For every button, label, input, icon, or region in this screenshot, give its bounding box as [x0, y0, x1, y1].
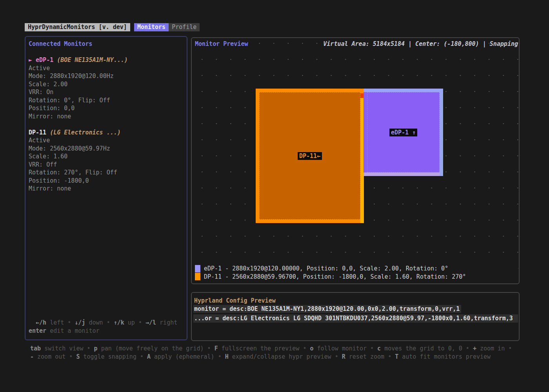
bullet-separator: •	[87, 345, 91, 352]
config-line-2: ...or = desc:LG Electronics LG SDQHD 301…	[193, 314, 518, 323]
config-line-1: monitor = desc:BOE NE135A1M-NY1,2880x192…	[193, 305, 461, 313]
bullet-separator: •	[69, 353, 73, 360]
monitor-status: Active	[29, 64, 187, 73]
legend-swatch-dp11	[195, 273, 200, 280]
bullet-separator: •	[140, 353, 144, 360]
key-hint: ↓/j	[75, 319, 85, 326]
monitor-right-edge	[440, 89, 443, 176]
bullet-separator: •	[388, 353, 391, 360]
key-hint: R	[342, 353, 345, 360]
monitor-vrr: VRR: Off	[29, 161, 187, 169]
monitor-mode: Mode: 2560x2880@59.97Hz	[29, 145, 187, 153]
key-desc: apply (ephemeral)	[154, 353, 215, 360]
selected-arrow-icon: ►	[29, 56, 36, 64]
bullet-separator: •	[370, 345, 374, 352]
key-desc: auto fit monitors preview	[402, 353, 491, 360]
spacer	[29, 48, 187, 56]
key-desc: zoom out	[37, 353, 65, 360]
monitor-list-item-edp1[interactable]: ► eDP-1 (BOE NE135A1M-NY...) Active Mode…	[29, 56, 187, 120]
monitor-name: eDP-1	[36, 56, 53, 64]
spacer	[29, 120, 187, 129]
snap-edge-indicator	[364, 172, 440, 176]
key-hint: +	[473, 345, 476, 352]
key-desc: left	[50, 319, 64, 326]
monitor-scale: Scale: 2.00	[29, 80, 187, 89]
preview-status-text: Virtual Area: 5184x5184 | Center: (-180,…	[323, 40, 518, 48]
key-hint: -	[30, 353, 34, 360]
monitor-mirror: Mirror: none	[29, 113, 187, 121]
connected-monitors-panel: Connected Monitors ► eDP-1 (BOE NE135A1M…	[25, 36, 187, 340]
monitor-description: (LG Electronics ...)	[50, 129, 121, 136]
tab-bar: HyprDynamicMonitors [v. dev] Monitors Pr…	[25, 23, 200, 31]
key-hint: F	[215, 345, 218, 352]
bullet-separator: •	[218, 353, 222, 360]
bullet-separator: •	[335, 353, 338, 360]
bullet-separator: •	[107, 319, 110, 326]
legend-text: DP-11 - 2560x2880@59.96700, Position: -1…	[204, 273, 466, 280]
preview-monitor-label-edp1: eDP-1 ↑	[389, 129, 417, 136]
key-hint: →/l	[145, 319, 156, 326]
key-desc: pan (move freely on the grid)	[101, 345, 204, 352]
app-root: HyprDynamicMonitors [v. dev] Monitors Pr…	[0, 0, 549, 392]
monitor-mirror: Mirror: none	[29, 185, 187, 193]
key-desc: up	[128, 319, 135, 326]
bullet-separator: •	[67, 319, 71, 326]
key-hint: ↑/k	[114, 319, 124, 326]
connected-monitors-title: Connected Monitors	[29, 40, 187, 48]
monitor-scale: Scale: 1.60	[29, 152, 187, 161]
help-line-1: tab switch view • p pan (move freely on …	[30, 345, 533, 353]
legend-text: eDP-1 - 2880x1920@120.00000, Position: 0…	[204, 265, 448, 272]
key-desc: expand/collapse hypr preview	[232, 353, 331, 360]
key-desc: reset zoom	[349, 353, 384, 360]
config-panel-title: Hyprland Config Preview	[193, 297, 518, 305]
preview-monitor-dp11[interactable]: DP-11←	[256, 89, 364, 223]
key-desc: moves the grid to 0, 0	[384, 345, 462, 352]
preview-header: Monitor Preview Virtual Area: 5184x5184 …	[195, 40, 518, 48]
preview-monitor-edp1[interactable]: eDP-1 ↑	[364, 89, 443, 176]
nav-keys-line: ←/h left • ↓/j down • ↑/k up • →/l right	[36, 319, 184, 327]
monitor-mode: Mode: 2880x1920@120.00Hz	[29, 72, 187, 80]
key-hint: c	[377, 345, 381, 352]
monitor-list-item-dp11[interactable]: DP-11 (LG Electronics ...) Active Mode: …	[29, 129, 187, 193]
help-line-2: - zoom out • S toggle snapping • A apply…	[30, 353, 533, 361]
enter-key-line: enter edit a monitor	[29, 327, 184, 335]
monitor-position: Position: -1800,0	[29, 177, 187, 185]
monitor-header: ► eDP-1 (BOE NE135A1M-NY...)	[29, 56, 187, 64]
key-desc: edit a monitor	[50, 327, 99, 334]
monitor-header: DP-11 (LG Electronics ...)	[29, 129, 187, 137]
monitor-position: Position: 0,0	[29, 104, 187, 113]
key-hint: o	[310, 345, 313, 352]
key-desc: zoom in	[480, 345, 505, 352]
bullet-separator: •	[207, 345, 211, 352]
legend-row-edp1: eDP-1 - 2880x1920@120.00000, Position: 0…	[195, 265, 518, 273]
key-hint: A	[147, 353, 151, 360]
tab-profile[interactable]: Profile	[169, 23, 200, 31]
key-hint: H	[225, 353, 229, 360]
app-title-tab: HyprDynamicMonitors [v. dev]	[25, 23, 130, 31]
tab-monitors[interactable]: Monitors	[134, 23, 169, 31]
bullet-separator: •	[508, 345, 512, 352]
preview-legend: eDP-1 - 2880x1920@120.00000, Position: 0…	[195, 265, 518, 281]
key-hint: T	[395, 353, 398, 360]
monitor-top-edge	[364, 89, 443, 92]
legend-row-dp11: DP-11 - 2560x2880@59.96700, Position: -1…	[195, 273, 518, 281]
legend-swatch-edp1	[195, 265, 200, 272]
monitor-rotation: Rotation: 0°, Flip: Off	[29, 96, 187, 105]
monitor-status: Active	[29, 136, 187, 145]
preview-title: Monitor Preview	[195, 40, 248, 48]
hyprland-config-panel: Hyprland Config Preview monitor = desc:B…	[191, 292, 520, 341]
bullet-separator: •	[138, 319, 142, 326]
monitor-rotation: Rotation: 270°, Flip: Off	[29, 169, 187, 177]
monitor-preview-panel: Monitor Preview Virtual Area: 5184x5184 …	[191, 37, 520, 284]
key-desc: right	[160, 319, 177, 326]
bullet-separator: •	[303, 345, 306, 352]
key-desc: toggle snapping	[83, 353, 136, 360]
key-desc: follow monitor	[317, 345, 367, 352]
key-hint: ←/h	[36, 319, 46, 326]
monitor-description: (BOE NE135A1M-NY...)	[57, 56, 128, 64]
bullet-separator: •	[466, 345, 469, 352]
key-hint: enter	[29, 327, 46, 334]
key-desc: fullscreen the preview	[222, 345, 300, 352]
monitor-name: DP-11	[29, 129, 46, 136]
keybind-help: tab switch view • p pan (move freely on …	[30, 345, 533, 361]
